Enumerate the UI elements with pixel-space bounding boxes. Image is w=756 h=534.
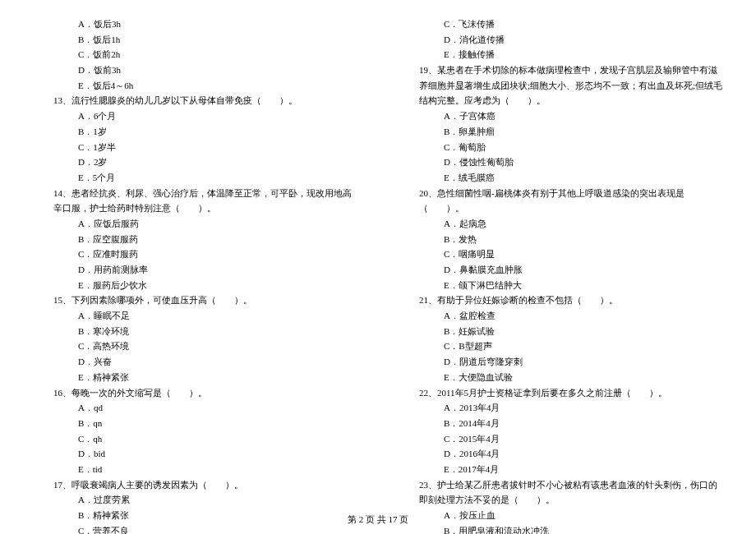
- answer-option: A．起病急: [399, 216, 723, 232]
- question-text: 23、护士给某乙肝患者拔针时不小心被粘有该患者血液的针头刺伤，伤口的即刻处理方法…: [399, 477, 723, 508]
- answer-option: D．侵蚀性葡萄胎: [399, 154, 723, 170]
- answer-option: B．2014年4月: [399, 416, 723, 431]
- answer-option: D．阴道后穹隆穿刺: [399, 354, 723, 370]
- answer-option: B．应空腹服药: [33, 232, 357, 247]
- right-column: C．飞沫传播D．消化道传播E．接触传播19、某患者在手术切除的标本做病理检查中，…: [399, 16, 723, 534]
- answer-option: B．发热: [399, 232, 723, 247]
- answer-option: A．qd: [33, 400, 357, 416]
- answer-option: B．妊娠试验: [399, 324, 723, 339]
- answer-option: B．寒冷环境: [33, 324, 357, 339]
- answer-option: C．2015年4月: [399, 431, 723, 447]
- content-columns: A．饭后3hB．饭后1hC．饭前2hD．饭前3hE．饭后4～6h13、流行性腮腺…: [33, 16, 723, 534]
- answer-option: A．6个月: [33, 108, 357, 124]
- answer-option: E．tid: [33, 462, 357, 477]
- answer-option: E．大便隐血试验: [399, 370, 723, 385]
- left-column: A．饭后3hB．饭后1hC．饭前2hD．饭前3hE．饭后4～6h13、流行性腮腺…: [33, 16, 357, 534]
- answer-option: A．盆腔检查: [399, 308, 723, 324]
- answer-option: A．2013年4月: [399, 400, 723, 416]
- answer-option: B．饭后1h: [33, 32, 357, 48]
- answer-option: E．接触传播: [399, 47, 723, 62]
- answer-option: B．qn: [33, 416, 357, 431]
- question-text: 19、某患者在手术切除的标本做病理检查中，发现子宫肌层及输卵管中有滋养细胞并显著…: [399, 62, 723, 108]
- answer-option: C．1岁半: [33, 140, 357, 155]
- answer-option: D．用药前测脉率: [33, 262, 357, 278]
- answer-option: E．5个月: [33, 170, 357, 186]
- answer-option: D．bid: [33, 446, 357, 462]
- answer-option: C．B型超声: [399, 338, 723, 354]
- answer-option: E．精神紧张: [33, 370, 357, 385]
- answer-option: A．应饭后服药: [33, 216, 357, 232]
- answer-option: C．葡萄胎: [399, 140, 723, 155]
- answer-option: D．消化道传播: [399, 32, 723, 48]
- answer-option: E．2017年4月: [399, 462, 723, 477]
- answer-option: C．高热环境: [33, 338, 357, 354]
- answer-option: C．饭前2h: [33, 47, 357, 62]
- answer-option: C．飞沫传播: [399, 16, 723, 32]
- question-text: 13、流行性腮腺炎的幼儿几岁以下从母体自带免疫（ ）。: [33, 93, 357, 108]
- answer-option: D．鼻黏膜充血肿胀: [399, 262, 723, 278]
- answer-option: D．兴奋: [33, 354, 357, 370]
- answer-option: C．咽痛明显: [399, 246, 723, 262]
- answer-option: E．饭后4～6h: [33, 78, 357, 94]
- question-text: 15、下列因素除哪项外，可使血压升高（ ）。: [33, 292, 357, 308]
- question-text: 20、急性细菌性咽-扁桃体炎有别于其他上呼吸道感染的突出表现是（ ）。: [399, 186, 723, 216]
- answer-option: D．2岁: [33, 154, 357, 170]
- page-footer: 第 2 页 共 17 页: [0, 513, 756, 526]
- answer-option: B．卵巢肿瘤: [399, 124, 723, 140]
- answer-option: E．服药后少饮水: [33, 278, 357, 293]
- answer-option: C．应准时服药: [33, 246, 357, 262]
- question-text: 21、有助于异位妊娠诊断的检查不包括（ ）。: [399, 292, 723, 308]
- answer-option: D．饭前3h: [33, 62, 357, 78]
- answer-option: D．2016年4月: [399, 446, 723, 462]
- answer-option: A．过度劳累: [33, 492, 357, 508]
- question-text: 17、呼吸衰竭病人主要的诱发因素为（ ）。: [33, 477, 357, 493]
- answer-option: C．qh: [33, 431, 357, 447]
- answer-option: B．1岁: [33, 124, 357, 140]
- answer-option: E．颌下淋巴结肿大: [399, 278, 723, 293]
- question-text: 16、每晚一次的外文缩写是（ ）。: [33, 385, 357, 401]
- question-text: 22、2011年5月护士资格证拿到后要在多久之前注册（ ）。: [399, 385, 723, 401]
- answer-option: E．绒毛膜癌: [399, 170, 723, 186]
- answer-option: A．睡眠不足: [33, 308, 357, 324]
- answer-option: A．子宫体癌: [399, 108, 723, 124]
- question-text: 14、患者经抗炎、利尿、强心治疗后，体温降至正常，可平卧，现改用地高辛口服，护士…: [33, 186, 357, 216]
- answer-option: A．饭后3h: [33, 16, 357, 32]
